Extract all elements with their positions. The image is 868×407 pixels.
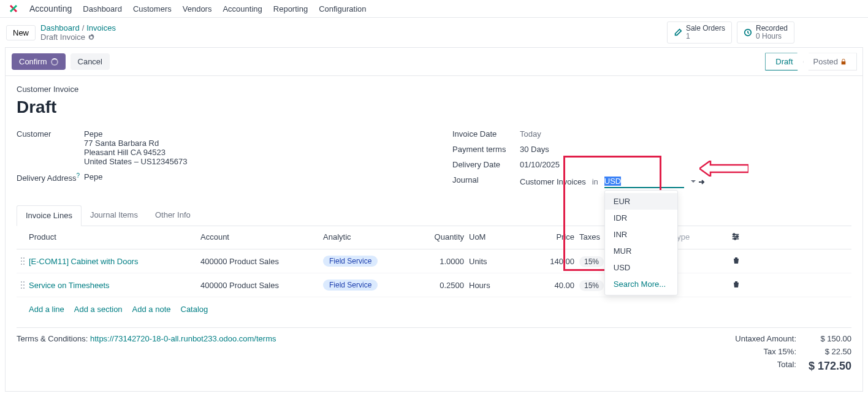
currency-option-idr[interactable]: IDR [605,210,677,226]
delivery-address-value[interactable]: Pepe [84,172,102,183]
cell-uom[interactable]: Hours [464,281,513,290]
recorded-value: 0 Hours [756,32,788,40]
status-steps: Draft Posted [765,53,856,70]
recorded-stat[interactable]: Recorded 0 Hours [737,21,794,44]
col-price: Price [513,232,574,243]
currency-option-usd[interactable]: USD [605,259,677,276]
cell-uom[interactable]: Units [464,257,513,266]
tab-invoice-lines[interactable]: Invoice Lines [17,205,82,226]
invoice-state: Draft [17,97,851,117]
tab-other-info[interactable]: Other Info [147,205,199,226]
untaxed-label: Untaxed Amount: [735,334,796,343]
invoice-form: Customer Invoice Draft Customer Pepe 77 … [5,76,863,392]
analytic-tag[interactable]: Field Service [323,256,378,267]
nav-dashboard[interactable]: Dashboard [83,4,122,13]
edit-icon [674,28,682,37]
cell-account[interactable]: 400000 Product Sales [200,281,323,290]
tax-tag[interactable]: 15% [579,256,604,267]
terms-text: Terms & Conditions: https://73142720-18-… [17,334,276,343]
add-section-link[interactable]: Add a section [74,305,123,314]
breadcrumb-dashboard[interactable]: Dashboard [40,23,80,32]
untaxed-value: $ 150.00 [809,334,851,343]
drag-handle-icon[interactable] [20,257,26,265]
invoice-lines-grid: Product Account Analytic Quantity UoM Pr… [17,226,851,321]
breadcrumb-invoices[interactable]: Invoices [86,23,116,32]
journal-label: Journal [452,175,520,188]
table-row[interactable]: Service on Timesheets 400000 Product Sal… [17,273,851,297]
drag-handle-icon[interactable] [20,281,26,289]
tab-journal-items[interactable]: Journal Items [82,205,147,226]
status-posted[interactable]: Posted [803,53,857,70]
currency-search-more[interactable]: Search More... [605,276,677,292]
svg-point-11 [23,281,25,283]
add-note-link[interactable]: Add a note [132,305,171,314]
svg-point-5 [23,257,25,259]
column-settings-icon[interactable] [731,232,740,241]
add-line-link[interactable]: Add a line [29,305,64,314]
delivery-date-value[interactable]: 01/10/2025 [520,160,560,169]
tax-value: $ 22.50 [809,347,851,356]
customer-value[interactable]: Pepe 77 Santa Barbara Rd Pleasant Hill C… [84,129,187,166]
svg-point-13 [23,284,25,286]
table-row[interactable]: [E-COM11] Cabinet with Doors 400000 Prod… [17,249,851,273]
sale-orders-stat[interactable]: Sale Orders 1 [667,21,732,44]
nav-accounting[interactable]: Accounting [223,4,262,13]
customer-label: Customer [17,129,84,166]
total-label: Total: [777,360,796,373]
breadcrumb-current: Draft Invoice [40,32,85,42]
form-subtitle: Customer Invoice [17,85,851,94]
currency-dropdown: EUR IDR INR MUR USD Search More... [604,190,678,295]
currency-input[interactable] [604,175,684,188]
cell-price[interactable]: 40.00 [513,281,574,290]
cell-qty[interactable]: 1.0000 [415,257,464,266]
cell-price[interactable]: 140.00 [513,257,574,266]
svg-point-2 [736,236,738,238]
total-value: $ 172.50 [809,360,851,373]
svg-point-14 [21,287,22,289]
journal-value[interactable]: Customer Invoices [520,177,586,186]
svg-point-1 [733,234,735,236]
chevron-down-icon[interactable] [690,178,696,184]
currency-option-inr[interactable]: INR [605,226,677,243]
col-product: Product [29,232,200,243]
terms-link[interactable]: https://73142720-18-0-all.runbot233.odoo… [90,334,276,343]
currency-option-eur[interactable]: EUR [605,193,677,210]
nav-configuration[interactable]: Configuration [319,4,366,13]
annotation-arrow-icon [699,161,748,177]
new-button[interactable]: New [6,25,36,40]
breadcrumb-sep: / [82,23,85,32]
svg-point-8 [21,264,22,265]
delivery-address-label: Delivery Address? [17,172,84,183]
tax-tag[interactable]: 15% [579,280,604,291]
trash-icon[interactable] [733,257,740,264]
svg-point-12 [21,284,22,286]
breadcrumb-bar: New Dashboard / Invoices Draft Invoice S… [0,18,868,47]
gear-icon[interactable] [88,34,95,41]
col-account: Account [200,232,323,243]
sale-orders-value: 1 [686,32,725,40]
cell-product[interactable]: [E-COM11] Cabinet with Doors [29,257,200,266]
delivery-date-label: Delivery Date [452,160,520,169]
col-quantity: Quantity [415,232,464,243]
external-link-icon[interactable] [698,178,705,186]
cell-product[interactable]: Service on Timesheets [29,281,200,290]
cell-account[interactable]: 400000 Product Sales [200,257,323,266]
trash-icon[interactable] [733,281,740,288]
cell-qty[interactable]: 0.2500 [415,281,464,290]
svg-point-6 [21,261,22,262]
catalog-link[interactable]: Catalog [181,305,208,314]
svg-point-3 [734,238,736,240]
col-analytic: Analytic [323,232,415,243]
svg-point-15 [23,287,25,289]
nav-customers[interactable]: Customers [133,4,172,13]
nav-reporting[interactable]: Reporting [273,4,308,13]
status-draft[interactable]: Draft [765,53,803,70]
analytic-tag[interactable]: Field Service [323,280,378,291]
cancel-button[interactable]: Cancel [70,53,110,70]
confirm-button[interactable]: Confirm [12,53,66,70]
nav-vendors[interactable]: Vendors [183,4,212,13]
payment-terms-value[interactable]: 30 Days [520,145,549,154]
currency-option-mur[interactable]: MUR [605,243,677,259]
invoice-date-value[interactable]: Today [520,129,541,139]
invoice-date-label: Invoice Date [452,129,520,139]
